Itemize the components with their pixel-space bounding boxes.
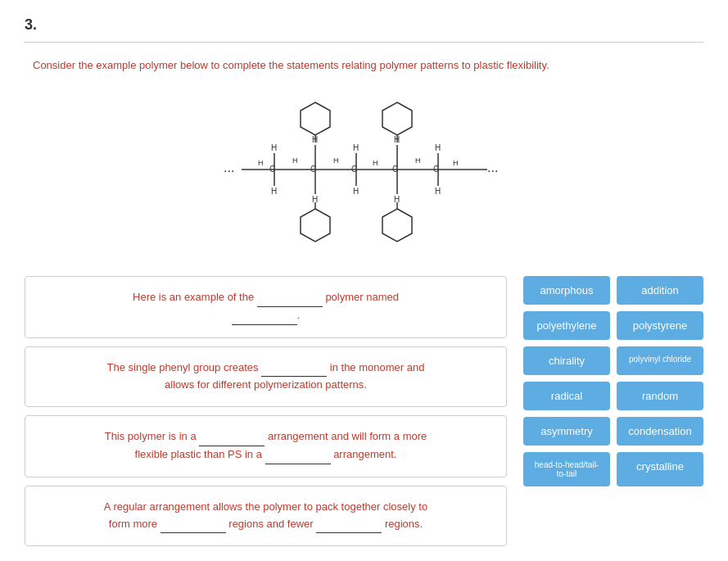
statements-and-answers: Here is an example of the polymer named … — [25, 276, 703, 546]
svg-marker-28 — [301, 209, 330, 242]
svg-text:C: C — [310, 165, 316, 174]
blank-4a — [161, 516, 226, 534]
svg-text:...: ... — [487, 161, 498, 174]
svg-marker-30 — [382, 209, 412, 242]
answer-row-2: polyethylene polystyrene — [523, 311, 703, 340]
chip-addition[interactable]: addition — [617, 276, 703, 305]
chip-random[interactable]: random — [617, 382, 703, 410]
answer-row-4: radical random — [523, 382, 703, 410]
blank-2 — [261, 360, 327, 378]
question-number: 3. — [25, 16, 703, 43]
chip-radical[interactable]: radical — [523, 382, 610, 410]
svg-text:H: H — [258, 159, 264, 167]
svg-text:H: H — [435, 187, 441, 196]
chip-polyvinyl-chloride[interactable]: polyvinyl chloride — [617, 346, 703, 375]
svg-marker-23 — [301, 102, 330, 135]
answer-row-5: asymmetry condensation — [523, 417, 703, 446]
answer-column: amorphous addition polyethylene polystyr… — [523, 276, 703, 486]
statement-box-4: A regular arrangement allows the polymer… — [25, 486, 507, 547]
statement-box-2: The single phenyl group creates in the m… — [25, 346, 507, 408]
answer-row-1: amorphous addition — [523, 276, 703, 305]
question-text: Consider the example polymer below to co… — [33, 59, 703, 71]
svg-text:H: H — [435, 143, 441, 152]
statements-column: Here is an example of the polymer named … — [25, 276, 507, 546]
blank-4b — [316, 516, 382, 534]
chip-asymmetry[interactable]: asymmetry — [523, 417, 610, 446]
blank-1b — [232, 307, 297, 325]
svg-text:H: H — [271, 143, 277, 152]
svg-text:H: H — [333, 156, 339, 165]
chip-crystalline[interactable]: crystalline — [617, 452, 703, 486]
chip-polyethylene[interactable]: polyethylene — [523, 311, 610, 340]
svg-marker-25 — [382, 102, 412, 135]
answer-row-3: chirality polyvinyl chloride — [523, 346, 703, 375]
svg-text:H: H — [353, 187, 359, 196]
svg-text:C: C — [269, 165, 275, 174]
svg-text:H: H — [415, 156, 421, 165]
svg-text:H: H — [453, 159, 459, 167]
svg-text:H: H — [353, 143, 359, 152]
polymer-diagram: ... ... H H C H H C H H C H H C H H C — [25, 88, 703, 251]
chip-chirality[interactable]: chirality — [523, 346, 610, 375]
statement-box-1: Here is an example of the polymer named … — [25, 276, 507, 338]
chip-amorphous[interactable]: amorphous — [523, 276, 610, 305]
svg-text:...: ... — [224, 161, 234, 174]
blank-3a — [199, 428, 265, 446]
statement-box-3: This polymer is in a arrangement and wil… — [25, 415, 507, 477]
svg-text:H: H — [373, 159, 378, 167]
chip-condensation[interactable]: condensation — [617, 417, 703, 446]
blank-3b — [265, 446, 331, 464]
chip-polystyrene[interactable]: polystyrene — [617, 311, 703, 340]
svg-text:C: C — [433, 165, 439, 174]
svg-text:H: H — [292, 156, 298, 165]
answer-row-6: head-to-head/tail-to-tail crystalline — [523, 452, 703, 486]
chip-head-to-head[interactable]: head-to-head/tail-to-tail — [523, 452, 610, 486]
svg-text:H: H — [271, 187, 277, 196]
svg-text:C: C — [392, 165, 398, 174]
blank-1a — [257, 289, 323, 307]
svg-text:C: C — [351, 165, 357, 174]
